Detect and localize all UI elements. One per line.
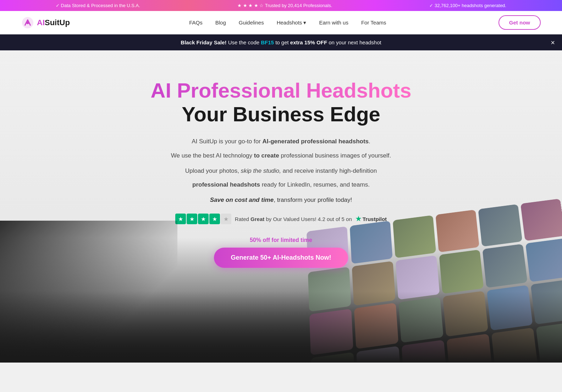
black-friday-banner: Black Friday Sale! Use the code BF15 to … (0, 34, 562, 50)
hero-content: AI Professional Headshots Your Business … (151, 79, 412, 268)
photo-card (525, 238, 562, 282)
trustpilot: ★ Trustpilot (356, 215, 387, 223)
photo-card (478, 204, 522, 247)
rating-text: Rated Great by Our Valued Users! 4.2 out… (235, 216, 352, 222)
hero-section: AI Professional Headshots Your Business … (0, 50, 562, 363)
nav-headshots[interactable]: Headshots ▾ (277, 20, 307, 26)
top-bar: ✓ Data Stored & Processed in the U.S.A. … (0, 0, 562, 11)
nav-earn-with-us[interactable]: Earn with us (319, 20, 348, 26)
photo-card (520, 199, 562, 241)
get-now-button[interactable]: Get now (498, 15, 541, 30)
cta-label: 50% off for limited time (151, 237, 412, 243)
stars: ★ ★ ★ ★ ★ (175, 214, 231, 224)
hero-save: Save on cost and time, transform your pr… (151, 197, 412, 204)
top-bar-item-2: ★ ★ ★ ★ ☆ Trusted by 20,414 Professional… (237, 3, 332, 8)
top-bar-text-1: ✓ Data Stored & Processed in the U.S.A. (56, 3, 140, 8)
nav-links: FAQs Blog Guidelines Headshots ▾ Earn wi… (91, 20, 484, 26)
top-bar-text-2: ★ ★ ★ ★ ☆ Trusted by 20,414 Professional… (237, 3, 332, 8)
hero-desc-2: We use the best AI technology to create … (151, 151, 412, 160)
star-5: ★ (221, 214, 231, 224)
star-3: ★ (198, 214, 209, 224)
nav-faqs[interactable]: FAQs (189, 20, 203, 26)
hero-desc-3: Upload your photos, skip the studio, and… (151, 166, 412, 176)
chevron-down-icon: ▾ (303, 20, 306, 26)
hero-gradient-bottom (0, 292, 562, 363)
photo-card (435, 210, 479, 253)
banner-sale-text: Black Friday Sale! Use the code BF15 to … (181, 39, 381, 45)
nav-blog[interactable]: Blog (215, 20, 226, 26)
photo-card (482, 244, 527, 288)
navbar: AISuitUp FAQs Blog Guidelines Headshots … (0, 11, 562, 34)
banner-close-button[interactable]: × (551, 38, 555, 46)
logo-text: AISuitUp (37, 18, 70, 27)
hero-title-gradient: AI Professional Headshots (151, 79, 412, 103)
trustpilot-star-icon: ★ (356, 215, 361, 223)
logo-icon (21, 16, 34, 29)
hero-desc-4: professional headshots ready for LinkedI… (151, 180, 412, 189)
logo[interactable]: AISuitUp (21, 16, 70, 29)
top-bar-item-3: ✓ 32,762,100+ headshots generated. (429, 3, 506, 8)
photo-card (439, 249, 484, 294)
nav-for-teams[interactable]: For Teams (361, 20, 386, 26)
hero-title-black: Your Business Edge (151, 103, 412, 126)
star-2: ★ (187, 214, 197, 224)
nav-guidelines[interactable]: Guidelines (239, 20, 264, 26)
top-bar-text-3: ✓ 32,762,100+ headshots generated. (429, 3, 506, 8)
rating-row: ★ ★ ★ ★ ★ Rated Great by Our Valued User… (151, 214, 412, 224)
star-4: ★ (209, 214, 220, 224)
hero-desc-1: AI SuitUp is your go-to for AI-generated… (151, 137, 412, 146)
top-bar-item-1: ✓ Data Stored & Processed in the U.S.A. (56, 3, 140, 8)
cta-button[interactable]: Generate 50+ AI-Headshots Now! (214, 248, 348, 268)
